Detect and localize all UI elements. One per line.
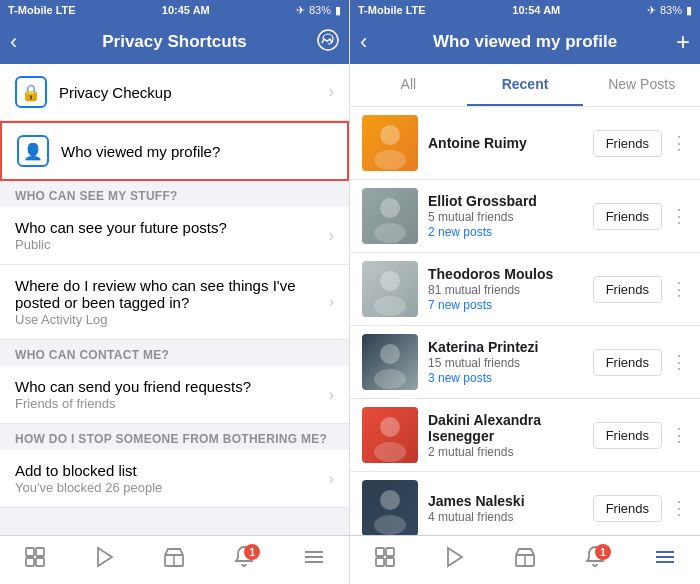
chevron-icon: › xyxy=(329,293,334,311)
menu-item-friend-requests[interactable]: Who can send you friend requests? Friend… xyxy=(0,366,349,424)
tab-recent[interactable]: Recent xyxy=(467,64,584,106)
tab-video[interactable] xyxy=(85,540,125,580)
profile-info: Elliot Grossbard5 mutual friends2 new po… xyxy=(428,193,593,239)
tab-home[interactable] xyxy=(15,540,55,580)
more-icon[interactable]: ⋮ xyxy=(670,278,688,300)
profile-info: Dakini Alexandra Isenegger2 mutual frien… xyxy=(428,412,593,459)
store-icon xyxy=(162,545,186,575)
plus-button[interactable]: + xyxy=(676,28,690,56)
home-icon-right xyxy=(373,545,397,575)
tab-notifications-right[interactable]: 1 xyxy=(575,540,615,580)
more-icon[interactable]: ⋮ xyxy=(670,351,688,373)
svg-point-14 xyxy=(374,223,406,243)
profile-avatar xyxy=(362,188,418,244)
chevron-icon: › xyxy=(329,227,334,245)
tab-video-right[interactable] xyxy=(435,540,475,580)
profile-item: Antoine RuimyFriends⋮ xyxy=(350,107,700,180)
friend-requests-label: Who can send you friend requests? xyxy=(15,378,329,395)
friends-button[interactable]: Friends xyxy=(593,422,662,449)
tab-menu[interactable] xyxy=(294,540,334,580)
tab-marketplace[interactable] xyxy=(154,540,194,580)
profile-item: James Naleski4 mutual friendsFriends⋮ xyxy=(350,472,700,535)
profile-name: Theodoros Moulos xyxy=(428,266,593,282)
svg-rect-3 xyxy=(26,558,34,566)
video-icon-right xyxy=(443,545,467,575)
right-carrier: T-Mobile LTE xyxy=(358,4,426,16)
friends-button[interactable]: Friends xyxy=(593,203,662,230)
friends-button[interactable]: Friends xyxy=(593,130,662,157)
svg-rect-27 xyxy=(376,558,384,566)
chevron-icon: › xyxy=(329,386,334,404)
right-back-button[interactable]: ‹ xyxy=(360,29,367,55)
profile-info: James Naleski4 mutual friends xyxy=(428,493,593,524)
svg-point-19 xyxy=(380,417,400,437)
profile-mutual: 2 mutual friends xyxy=(428,445,593,459)
tab-home-right[interactable] xyxy=(365,540,405,580)
tab-marketplace-right[interactable] xyxy=(505,540,545,580)
profile-tabs: All Recent New Posts xyxy=(350,64,700,107)
profile-name: Elliot Grossbard xyxy=(428,193,593,209)
tab-all[interactable]: All xyxy=(350,64,467,106)
left-panel: T-Mobile LTE 10:45 AM ✈ 83% ▮ ‹ Privacy … xyxy=(0,0,350,584)
section-header-contact: WHO CAN CONTACT ME? xyxy=(0,340,349,366)
more-icon[interactable]: ⋮ xyxy=(670,424,688,446)
tab-notifications[interactable]: 1 xyxy=(224,540,264,580)
tab-menu-right[interactable] xyxy=(645,540,685,580)
svg-point-11 xyxy=(380,125,400,145)
menu-item-blocked-list[interactable]: Add to blocked list You've blocked 26 pe… xyxy=(0,450,349,508)
menu-icon-right xyxy=(653,545,677,575)
more-icon[interactable]: ⋮ xyxy=(670,205,688,227)
more-icon[interactable]: ⋮ xyxy=(670,497,688,519)
friends-button[interactable]: Friends xyxy=(593,276,662,303)
right-status-bar: T-Mobile LTE 10:54 AM ✈ 83% ▮ xyxy=(350,0,700,20)
profile-item: Katerina Printezi15 mutual friends3 new … xyxy=(350,326,700,399)
svg-rect-26 xyxy=(386,548,394,556)
review-tagged-label: Where do I review who can see things I'v… xyxy=(15,277,329,311)
profile-mutual: 15 mutual friends xyxy=(428,356,593,370)
svg-rect-1 xyxy=(26,548,34,556)
left-time: 10:45 AM xyxy=(162,4,210,16)
future-posts-sub: Public xyxy=(15,237,329,252)
review-tagged-sub: Use Activity Log xyxy=(15,312,329,327)
who-viewed-label: Who viewed my profile? xyxy=(61,143,332,160)
menu-item-privacy-checkup[interactable]: 🔒 Privacy Checkup › xyxy=(0,64,349,121)
svg-point-18 xyxy=(374,369,406,389)
menu-item-review-tagged[interactable]: Where do I review who can see things I'v… xyxy=(0,265,349,340)
profile-mutual: 5 mutual friends xyxy=(428,210,593,224)
svg-point-22 xyxy=(374,515,406,535)
svg-point-12 xyxy=(374,150,406,170)
svg-point-17 xyxy=(380,344,400,364)
svg-marker-5 xyxy=(98,548,112,566)
profiles-list: Antoine RuimyFriends⋮ Elliot Grossbard5 … xyxy=(350,107,700,535)
menu-item-who-viewed[interactable]: 👤 Who viewed my profile? xyxy=(0,121,349,181)
left-carrier: T-Mobile LTE xyxy=(8,4,76,16)
profile-info: Antoine Ruimy xyxy=(428,135,593,151)
left-header: ‹ Privacy Shortcuts xyxy=(0,20,349,64)
privacy-checkup-label: Privacy Checkup xyxy=(59,84,329,101)
right-time: 10:54 AM xyxy=(512,4,560,16)
friends-button[interactable]: Friends xyxy=(593,349,662,376)
notification-badge-right: 1 xyxy=(595,544,611,560)
blocked-list-label: Add to blocked list xyxy=(15,462,329,479)
section-header-bother: HOW DO I STOP SOMEONE FROM BOTHERING ME? xyxy=(0,424,349,450)
friends-button[interactable]: Friends xyxy=(593,495,662,522)
left-back-button[interactable]: ‹ xyxy=(10,29,17,55)
right-content: All Recent New Posts Antoine RuimyFriend… xyxy=(350,64,700,535)
messenger-icon[interactable] xyxy=(317,29,339,56)
store-icon-right xyxy=(513,545,537,575)
svg-point-21 xyxy=(380,490,400,510)
profile-item: Dakini Alexandra Isenegger2 mutual frien… xyxy=(350,399,700,472)
profile-new-posts: 2 new posts xyxy=(428,225,593,239)
future-posts-label: Who can see your future posts? xyxy=(15,219,329,236)
chevron-icon: › xyxy=(329,470,334,488)
video-icon xyxy=(93,545,117,575)
svg-point-13 xyxy=(380,198,400,218)
profile-new-posts: 3 new posts xyxy=(428,371,593,385)
menu-item-future-posts[interactable]: Who can see your future posts? Public › xyxy=(0,207,349,265)
profile-avatar xyxy=(362,480,418,535)
profile-name: Katerina Printezi xyxy=(428,339,593,355)
tab-new-posts[interactable]: New Posts xyxy=(583,64,700,106)
more-icon[interactable]: ⋮ xyxy=(670,132,688,154)
svg-marker-29 xyxy=(448,548,462,566)
profile-item: Elliot Grossbard5 mutual friends2 new po… xyxy=(350,180,700,253)
